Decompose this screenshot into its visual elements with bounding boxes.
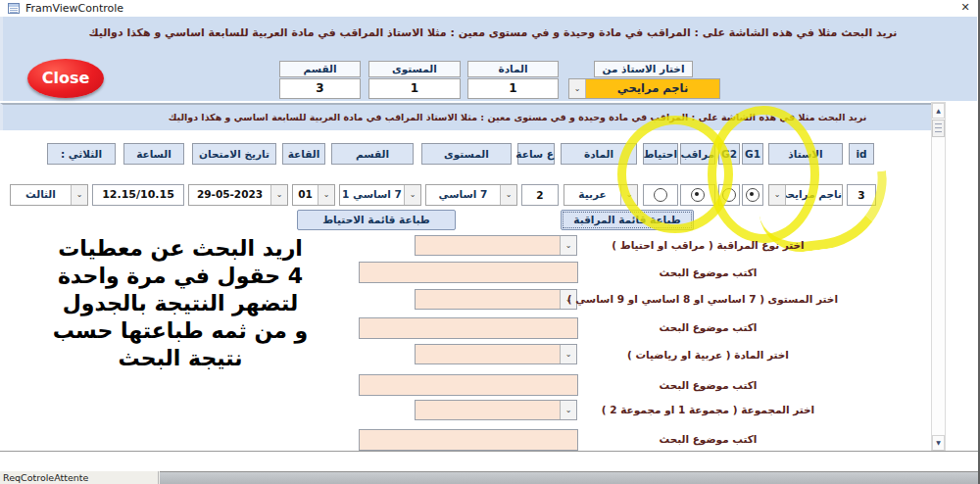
bottom-divider bbox=[0, 451, 978, 452]
room-value: 01 bbox=[293, 185, 318, 205]
level-combobox[interactable]: 7 اساسي⌄ bbox=[425, 184, 517, 206]
col-header-class: القسم bbox=[331, 143, 414, 165]
time-field[interactable]: 12.15/10.15 bbox=[92, 184, 184, 206]
dropdown-arrow-icon[interactable]: ⌄ bbox=[270, 185, 287, 205]
status-gray-panel bbox=[160, 471, 978, 484]
search-subject-input-3[interactable] bbox=[359, 374, 578, 396]
status-bar: ReqCotroleAttente bbox=[0, 471, 978, 484]
monitor-type-label: اختر نوع المراقبة ( مراقب او احتياط ) bbox=[583, 239, 833, 251]
subform-info-text: نريد البحث مثلا في هذه الشاشة على : المر… bbox=[111, 112, 924, 122]
vertical-scrollbar[interactable]: ▲ ▼ bbox=[931, 102, 946, 452]
class-combobox[interactable]: 7 اساسي 1⌄ bbox=[339, 184, 421, 206]
title-bar: FramViewControle ✕ bbox=[0, 0, 978, 17]
note-line: 4 حقول في مرة واحدة bbox=[29, 263, 331, 290]
dropdown-arrow-icon[interactable]: ⌄ bbox=[560, 401, 576, 419]
status-sizer bbox=[147, 471, 159, 484]
value-qism[interactable]: 3 bbox=[279, 78, 361, 99]
level-search-label: اختر المستوى ( 7 اساسي او 8 اساسي او 9 ا… bbox=[578, 293, 838, 305]
group-search-combobox[interactable]: ⌄ bbox=[415, 400, 577, 420]
status-text: ReqCotroleAttente bbox=[3, 471, 88, 484]
label-qism: القسم bbox=[279, 61, 361, 77]
exam-date-value: 29-05-2023 bbox=[189, 185, 270, 205]
value-mustawa[interactable]: 1 bbox=[368, 78, 461, 99]
col-header-hours: ع ساعة bbox=[517, 143, 555, 165]
dropdown-arrow-icon[interactable]: ⌄ bbox=[404, 185, 420, 205]
search-subject-label-3: اكتب موضوع البحث bbox=[583, 379, 833, 391]
scroll-up-icon[interactable]: ▲ bbox=[932, 103, 945, 119]
monitor-type-combobox[interactable]: ⌄ bbox=[415, 235, 577, 256]
note-line: لتضهر النتيجة بالجدول bbox=[29, 290, 331, 317]
col-header-time: الساعة bbox=[123, 143, 184, 165]
label-teacher-picker: اختار الاستاذ من هنا bbox=[594, 61, 693, 77]
level-search-combobox[interactable]: ⌄ bbox=[415, 289, 577, 310]
col-header-room: القاعة bbox=[282, 143, 325, 165]
close-window-icon[interactable]: ✕ bbox=[956, 1, 974, 16]
top-info-text: نريد البحث مثلا في هذه الشاشة على : المر… bbox=[62, 26, 924, 39]
group-search-label: اختر المجموعة ( مجموعة 1 او مجموعة 2 ) bbox=[583, 404, 833, 415]
window-title: FramViewControle bbox=[25, 2, 123, 15]
trimester-value: الثالث bbox=[11, 185, 71, 205]
level-value: 7 اساسي bbox=[426, 185, 500, 205]
close-form-button[interactable]: Close bbox=[27, 59, 104, 98]
room-combobox[interactable]: 01⌄ bbox=[292, 184, 335, 206]
dropdown-arrow-icon[interactable]: ⌄ bbox=[71, 185, 87, 205]
print-reserve-list-button[interactable]: طباعة قائمة الاحتياط bbox=[297, 210, 456, 230]
search-note-text: اريد البحث عن معطيات 4 حقول في مرة واحدة… bbox=[29, 235, 331, 372]
dropdown-arrow-icon[interactable]: ⌄ bbox=[500, 185, 516, 205]
note-line: نتيجة البحث bbox=[29, 345, 331, 372]
col-header-level: المستوى bbox=[421, 143, 512, 165]
trimester-combobox[interactable]: الثالث⌄ bbox=[10, 184, 88, 206]
teacher-picker-combobox[interactable]: ⌄ ناجم مرايحي bbox=[568, 78, 720, 99]
subject-value: عربية bbox=[564, 185, 620, 205]
search-subject-label-1: اكتب موضوع البحث bbox=[583, 266, 833, 278]
scrollbar-thumb[interactable] bbox=[932, 120, 945, 137]
label-mustawa: المستوى bbox=[368, 61, 461, 77]
scroll-down-icon[interactable]: ▼ bbox=[932, 435, 945, 451]
subject-search-combobox[interactable]: ⌄ bbox=[415, 344, 577, 364]
search-subject-input-4[interactable] bbox=[359, 429, 578, 451]
search-subject-input-1[interactable] bbox=[359, 262, 578, 283]
teacher-picker-value: ناجم مرايحي bbox=[586, 79, 719, 98]
dropdown-arrow-icon[interactable]: ⌄ bbox=[569, 79, 586, 98]
col-header-exam-date: تاريخ الامتحان bbox=[192, 143, 276, 165]
col-header-id: id bbox=[849, 143, 874, 165]
label-madda: المادة bbox=[467, 61, 559, 77]
search-subject-label-2: اكتب موضوع البحث bbox=[583, 321, 833, 333]
hours-field[interactable]: 2 bbox=[521, 184, 559, 206]
class-value: 7 اساسي 1 bbox=[340, 185, 404, 205]
col-header-trimester: الثلاثي : bbox=[47, 143, 116, 165]
subject-search-label: اختر المادة ( عربية او رياضيات ) bbox=[583, 349, 833, 361]
dropdown-arrow-icon[interactable]: ⌄ bbox=[318, 185, 334, 205]
access-form-window: FramViewControle ✕ نريد البحث مثلا في هذ… bbox=[0, 0, 980, 484]
search-subject-label-4: اكتب موضوع البحث bbox=[583, 433, 833, 445]
dropdown-arrow-icon[interactable]: ⌄ bbox=[560, 236, 576, 255]
form-icon bbox=[8, 3, 20, 14]
value-madda[interactable]: 1 bbox=[467, 78, 559, 99]
exam-date-combobox[interactable]: 29-05-2023⌄ bbox=[188, 184, 288, 206]
note-line: و من ثمه طباعتها حسب bbox=[29, 317, 331, 345]
note-line: اريد البحث عن معطيات bbox=[29, 235, 331, 263]
search-subject-input-2[interactable] bbox=[359, 317, 578, 339]
dropdown-arrow-icon[interactable]: ⌄ bbox=[560, 345, 576, 363]
